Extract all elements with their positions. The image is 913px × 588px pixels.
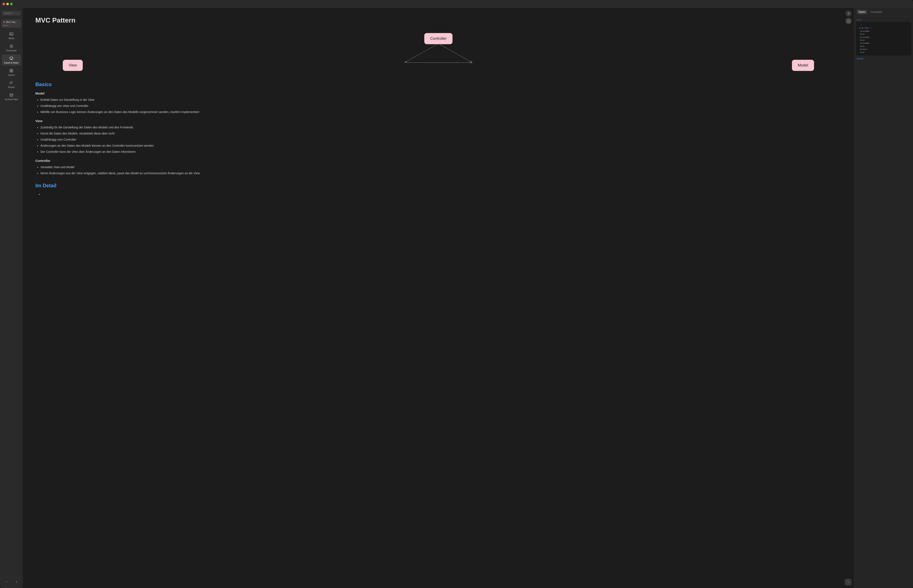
view-bullet-3: Unabhängig vom Controller <box>40 137 842 142</box>
model-bullets: Enthält Daten zur Darstellung in der Vie… <box>36 97 842 115</box>
titlebar <box>0 0 913 8</box>
sidebar-item-boosts[interactable]: Boosts <box>2 79 21 90</box>
note-title: MVC Pattern <box>36 16 842 24</box>
controller-box: Controller <box>424 33 453 44</box>
panel-tabs: Styles Computed <box>854 8 913 16</box>
code-line-5: la-probe: <box>858 36 910 39</box>
computed-tab[interactable]: Computed <box>869 10 884 14</box>
controller-bullet-1: Verwaltet View und Model <box>40 165 842 170</box>
svg-rect-7 <box>11 71 13 72</box>
search-bar <box>0 10 23 17</box>
basics-heading: Basics <box>36 81 842 87</box>
styles-tab[interactable]: Styles <box>857 10 867 14</box>
view-bullets: Zuständig für die Darstellung der Daten … <box>36 125 842 155</box>
panel-content: 1 line } .rich-text { la-probe: fore la-… <box>854 16 913 588</box>
app-body: ★ MVC Patt... Basics... Media <box>0 8 913 588</box>
sidebar: ★ MVC Patt... Basics... Media <box>0 8 23 588</box>
sidebar-item-easels[interactable]: Easels & Notes <box>2 54 21 66</box>
media-icon <box>9 32 14 37</box>
code-line-10: fore <box>858 51 910 54</box>
archived-icon <box>9 93 14 98</box>
boosts-icon <box>9 81 14 86</box>
code-line-8: fore <box>858 45 910 48</box>
code-block: } .rich-text { la-probe: fore la-probe: … <box>856 22 911 56</box>
search-input[interactable] <box>2 11 21 16</box>
detail-heading: Im Detail <box>36 183 842 189</box>
view-subheading: View <box>36 119 842 123</box>
close-button[interactable]: × <box>846 11 851 16</box>
svg-line-10 <box>439 44 472 63</box>
active-item-card[interactable]: ★ MVC Patt... Basics... <box>2 19 21 28</box>
add-button[interactable]: + <box>15 579 18 585</box>
model-subheading: Model <box>36 92 842 95</box>
svg-line-9 <box>405 44 439 63</box>
svg-rect-6 <box>10 71 11 72</box>
easels-icon <box>9 56 14 61</box>
traffic-light-yellow[interactable] <box>6 3 9 5</box>
code-line-9: access: <box>858 48 910 51</box>
traffic-light-green[interactable] <box>10 3 13 5</box>
sidebar-bottom: ← + <box>0 577 23 586</box>
sidebar-item-media[interactable]: Media <box>2 30 21 41</box>
sidebar-item-archived[interactable]: Archived Tabs <box>2 91 21 102</box>
view-bullet-2: Kennt die Daten des Models, verarbeitet … <box>40 131 842 136</box>
view-bullet-1: Zuständig für die Darstellung der Daten … <box>40 125 842 130</box>
svg-rect-8 <box>10 94 13 95</box>
model-box: Model <box>792 60 814 71</box>
code-line-3: la-probe: <box>858 30 910 32</box>
svg-rect-4 <box>10 69 11 71</box>
code-line-7: la-probe: <box>858 42 910 45</box>
sidebar-item-downloads[interactable]: Downloads <box>2 42 21 53</box>
svg-rect-3 <box>10 57 13 59</box>
view-bullet-4: Änderungen an den Daten des Models könne… <box>40 143 842 149</box>
view-box: View <box>63 60 83 71</box>
traffic-lights <box>3 3 13 5</box>
detail-bullet-1: • <box>39 192 842 197</box>
code-line-1: } <box>858 24 910 26</box>
rotate-button[interactable]: ↔ <box>846 18 851 24</box>
back-button[interactable]: ← <box>5 579 10 585</box>
boosts-label: Boosts <box>8 86 15 88</box>
controller-bullet-2: Nimm Änderungen aus der View entgegen, v… <box>40 171 842 176</box>
code-line-2: .rich-text { <box>858 26 910 29</box>
traffic-light-red[interactable] <box>3 3 5 5</box>
spaces-icon <box>9 68 14 73</box>
media-label: Media <box>8 37 14 40</box>
controller-subheading: Controller <box>36 159 842 163</box>
star-icon: ★ <box>3 21 5 24</box>
note-container: MVC Pattern <box>23 8 854 588</box>
spaces-label: Spaces <box>8 74 15 76</box>
svg-rect-5 <box>11 69 13 71</box>
detail-bullets: • <box>36 192 842 197</box>
easels-label: Easels & Notes <box>4 61 19 64</box>
item-card-title: MVC Patt... <box>6 21 17 23</box>
app-window: ★ MVC Patt... Basics... Media <box>0 0 913 588</box>
model-bullet-3: Mithilfe von Business Logic können Änder… <box>40 110 842 115</box>
code-line-6: fore <box>858 39 910 42</box>
item-card-sub: Basics... <box>3 24 20 26</box>
right-panel: Styles Computed 1 line } .rich-text { la… <box>854 8 913 588</box>
mvc-diagram: Controller View Model <box>36 31 842 73</box>
sidebar-nav: Media Downloads <box>0 29 23 577</box>
content-area: MVC Pattern <box>23 8 913 588</box>
code-line-4: fore <box>858 32 910 36</box>
sidebar-item-spaces[interactable]: Spaces <box>2 66 21 78</box>
model-bullet-1: Enthält Daten zur Darstellung in der Vie… <box>40 97 842 102</box>
share-button[interactable]: ↑ <box>845 579 851 585</box>
controller-bullets: Verwaltet View und Model Nimm Änderungen… <box>36 165 842 176</box>
model-bullet-2: Unabhängig von View und Controller <box>40 103 842 108</box>
line-count: 1 line <box>856 18 911 22</box>
rich-text-label: .rich-text <box>856 57 911 60</box>
archived-label: Archived Tabs <box>5 98 18 100</box>
view-bullet-5: Der Controller kann die View über Änderu… <box>40 149 842 155</box>
downloads-icon <box>9 44 14 49</box>
downloads-label: Downloads <box>6 50 16 52</box>
